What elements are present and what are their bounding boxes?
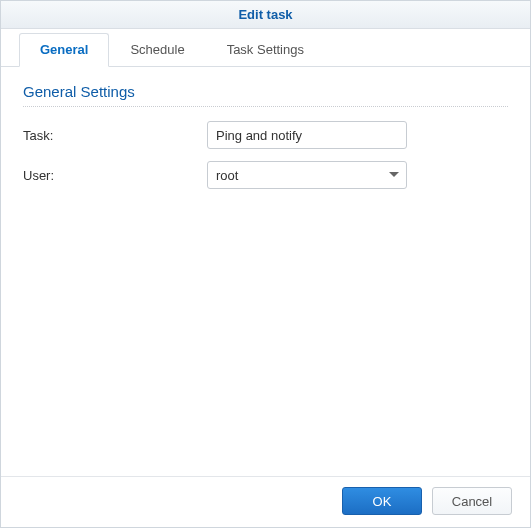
tab-label: Task Settings	[227, 42, 304, 57]
form-row-user: User: root	[23, 161, 508, 189]
tab-bar: General Schedule Task Settings	[1, 29, 530, 67]
tab-label: General	[40, 42, 88, 57]
section-title: General Settings	[23, 83, 508, 100]
tab-general[interactable]: General	[19, 33, 109, 67]
form-row-task: Task:	[23, 121, 508, 149]
content-area: General Settings Task: User: root	[1, 67, 530, 476]
titlebar: Edit task	[1, 1, 530, 29]
user-select-value: root	[207, 161, 407, 189]
tab-task-settings[interactable]: Task Settings	[206, 33, 325, 67]
tab-label: Schedule	[130, 42, 184, 57]
task-label: Task:	[23, 128, 207, 143]
task-input[interactable]	[207, 121, 407, 149]
tab-schedule[interactable]: Schedule	[109, 33, 205, 67]
cancel-button[interactable]: Cancel	[432, 487, 512, 515]
user-label: User:	[23, 168, 207, 183]
user-select[interactable]: root	[207, 161, 407, 189]
section-divider	[23, 106, 508, 107]
edit-task-dialog: Edit task General Schedule Task Settings…	[0, 0, 531, 528]
ok-button[interactable]: OK	[342, 487, 422, 515]
dialog-footer: OK Cancel	[1, 476, 530, 527]
dialog-title: Edit task	[238, 7, 292, 22]
